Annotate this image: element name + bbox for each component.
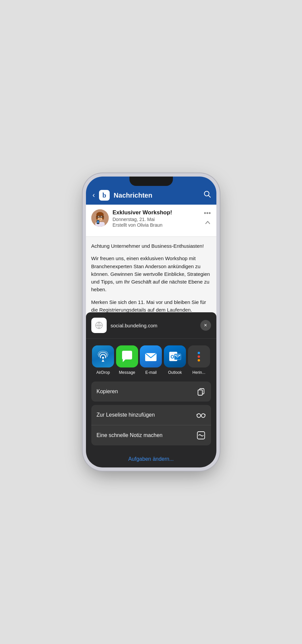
- more-icon: [188, 345, 210, 367]
- share-app-airdrop[interactable]: AirDrop: [91, 345, 115, 375]
- svg-point-23: [102, 357, 104, 359]
- svg-rect-20: [97, 221, 99, 223]
- svg-point-11: [101, 216, 101, 217]
- leseliste-label: Zur Leseliste hinzufügen: [97, 412, 155, 418]
- airdrop-icon: [92, 345, 114, 367]
- aufgaben-button[interactable]: Aufgaben ändern...: [86, 451, 216, 467]
- card-actions: •••: [204, 209, 211, 227]
- svg-rect-32: [198, 390, 202, 395]
- svg-point-10: [98, 216, 99, 217]
- share-url-text: social.bundeling.com: [111, 323, 196, 328]
- message-card: Exklusiver Workshop! Donnerstag, 21. Mai…: [86, 205, 216, 237]
- outlook-icon: O: [164, 345, 186, 367]
- copy-icon: [196, 387, 206, 396]
- kopieren-button[interactable]: Kopieren: [91, 382, 211, 402]
- svg-rect-26: [174, 354, 181, 360]
- header-title: Nachrichten: [114, 192, 201, 199]
- share-app-email[interactable]: E-mail: [139, 345, 163, 375]
- share-app-more[interactable]: Herin...: [187, 345, 211, 375]
- svg-point-33: [197, 414, 200, 417]
- grouped-actions: Zur Leseliste hinzufügen Eine schnelle N: [91, 405, 211, 445]
- message-icon: [116, 345, 138, 367]
- content-paragraph-3: Merken Sie sich den 11. Mai vor und blei…: [91, 298, 211, 314]
- notiz-label: Eine schnelle Notiz machen: [97, 432, 163, 438]
- notch: [129, 177, 173, 186]
- app-logo: b: [99, 190, 110, 201]
- action-list: Kopieren Zur Leseliste hinzufügen: [86, 382, 216, 451]
- outlook-label: Outlook: [168, 370, 182, 375]
- phone-frame: ‹ b Nachrichten: [86, 177, 216, 467]
- share-apps-row: AirDrop Message E-mai: [86, 339, 216, 382]
- message-label: Message: [119, 370, 135, 375]
- glasses-icon: [196, 410, 206, 420]
- card-meta: Exklusiver Workshop! Donnerstag, 21. Mai…: [113, 209, 200, 228]
- logo-letter: b: [102, 192, 106, 199]
- search-button[interactable]: [204, 191, 211, 200]
- content-paragraph-1: Achtung Unternehmer und Business-Enthusi…: [91, 242, 211, 250]
- share-app-outlook[interactable]: O Outlook: [163, 345, 187, 375]
- share-close-button[interactable]: ×: [200, 320, 211, 331]
- kopieren-label: Kopieren: [97, 389, 118, 395]
- email-icon: [140, 345, 162, 367]
- avatar: [91, 209, 109, 227]
- more-label: Herin...: [192, 370, 205, 375]
- card-date: Donnerstag, 21. Mai: [113, 217, 200, 222]
- airdrop-label: AirDrop: [96, 370, 110, 375]
- share-app-message[interactable]: Message: [115, 345, 139, 375]
- message-content: Achtung Unternehmer und Business-Enthusi…: [86, 237, 216, 319]
- leseliste-button[interactable]: Zur Leseliste hinzufügen: [91, 405, 211, 425]
- svg-text:O: O: [171, 354, 174, 359]
- content-paragraph-2: Wir freuen uns, einen exklusiven Worksho…: [91, 254, 211, 293]
- svg-point-17: [99, 218, 100, 218]
- back-button[interactable]: ‹: [91, 191, 96, 200]
- svg-point-34: [201, 414, 205, 417]
- share-sheet: social.bundeling.com × AirDrop: [86, 312, 216, 467]
- notiz-button[interactable]: Eine schnelle Notiz machen: [91, 425, 211, 445]
- email-label: E-mail: [145, 370, 157, 375]
- svg-line-1: [208, 196, 210, 198]
- card-title: Exklusiver Workshop!: [113, 209, 200, 216]
- card-author: Erstellt von Olivia Braun: [113, 222, 200, 228]
- note-icon: [196, 431, 206, 440]
- more-options-button[interactable]: •••: [204, 209, 211, 217]
- url-icon: [91, 318, 107, 333]
- collapse-button[interactable]: [204, 219, 211, 227]
- card-header: Exklusiver Workshop! Donnerstag, 21. Mai…: [91, 209, 211, 228]
- share-url-bar: social.bundeling.com ×: [86, 312, 216, 339]
